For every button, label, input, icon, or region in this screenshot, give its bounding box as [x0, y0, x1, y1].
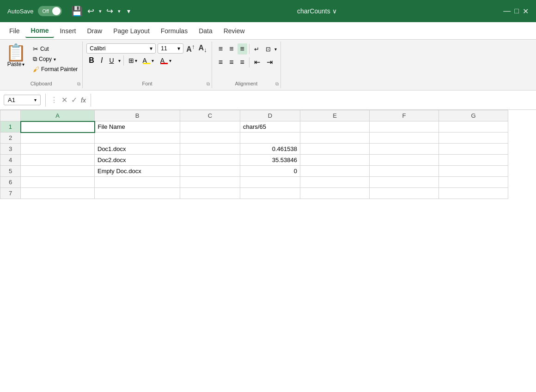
autosave-toggle[interactable]: Off: [38, 6, 62, 16]
underline-button[interactable]: U: [107, 56, 116, 65]
undo-dropdown-icon[interactable]: ▾: [99, 8, 102, 14]
clipboard-expand-icon[interactable]: ⧉: [77, 81, 80, 87]
underline-dropdown-icon[interactable]: ▾: [118, 58, 121, 63]
cell-A7[interactable]: [21, 188, 95, 199]
col-header-g[interactable]: G: [439, 110, 508, 121]
filename-dropdown-icon[interactable]: ∨: [332, 7, 337, 15]
cell-C3[interactable]: [180, 144, 240, 155]
cell-E2[interactable]: [300, 133, 370, 144]
maximize-icon[interactable]: □: [514, 7, 519, 15]
cell-A5[interactable]: [21, 166, 95, 177]
cell-D6[interactable]: [240, 177, 300, 188]
menu-data[interactable]: Data: [193, 24, 218, 37]
cell-D2[interactable]: [240, 133, 300, 144]
bold-button[interactable]: B: [86, 55, 97, 66]
formula-input[interactable]: [96, 93, 532, 107]
cell-F4[interactable]: [370, 155, 439, 166]
format-painter-button[interactable]: 🖌 Format Painter: [31, 65, 79, 74]
cell-A2[interactable]: [21, 133, 95, 144]
row-header-4[interactable]: 4: [0, 155, 21, 166]
copy-button[interactable]: ⧉ Copy ▾: [31, 54, 79, 64]
cell-E1[interactable]: [300, 121, 370, 133]
col-header-f[interactable]: F: [370, 110, 439, 121]
highlight-button[interactable]: A ▾: [141, 56, 156, 65]
align-top-button[interactable]: ≡: [216, 43, 225, 54]
cancel-formula-icon[interactable]: ✕: [61, 96, 67, 104]
insert-function-icon[interactable]: fx: [81, 96, 86, 104]
font-size-select[interactable]: 11 ▾: [158, 43, 183, 54]
cell-D5[interactable]: 0: [240, 166, 300, 177]
cell-C4[interactable]: [180, 155, 240, 166]
decrease-indent-button[interactable]: ⇤: [251, 56, 263, 68]
cut-button[interactable]: ✂ Cut: [31, 44, 79, 54]
col-header-a[interactable]: A: [21, 110, 95, 121]
decrease-font-size-button[interactable]: A↓: [198, 44, 208, 54]
wrap-text-button[interactable]: ↵: [251, 44, 262, 54]
alignment-expand-icon[interactable]: ⧉: [275, 81, 279, 87]
redo-dropdown-icon[interactable]: ▾: [118, 8, 121, 14]
row-header-5[interactable]: 5: [0, 166, 21, 177]
menu-home[interactable]: Home: [25, 24, 55, 38]
sheet-table-wrapper[interactable]: A B C D E F G 1File Namechars/6523Doc1.d…: [0, 110, 536, 199]
col-header-d[interactable]: D: [240, 110, 300, 121]
cell-A1[interactable]: [21, 121, 95, 133]
cell-reference-box[interactable]: A1 ▾: [4, 95, 41, 105]
cell-G1[interactable]: [439, 121, 508, 133]
align-left-button[interactable]: ≡: [216, 57, 225, 68]
row-header-2[interactable]: 2: [0, 133, 21, 144]
cell-F1[interactable]: [370, 121, 439, 133]
row-header-6[interactable]: 6: [0, 177, 21, 188]
cell-D7[interactable]: [240, 188, 300, 199]
cell-C6[interactable]: [180, 177, 240, 188]
paste-button[interactable]: 📋 Paste ▾: [3, 42, 29, 69]
menu-draw[interactable]: Draw: [81, 24, 108, 37]
cell-A4[interactable]: [21, 155, 95, 166]
cell-C2[interactable]: [180, 133, 240, 144]
cell-B2[interactable]: [95, 133, 180, 144]
save-icon[interactable]: 💾: [71, 6, 83, 17]
menu-pagelayout[interactable]: Page Layout: [108, 24, 155, 37]
cell-E6[interactable]: [300, 177, 370, 188]
col-header-c[interactable]: C: [180, 110, 240, 121]
cell-D1[interactable]: chars/65: [240, 121, 300, 133]
row-header-1[interactable]: 1: [0, 121, 21, 133]
redo-icon[interactable]: ↪: [106, 6, 113, 16]
menu-formulas[interactable]: Formulas: [155, 24, 193, 37]
cell-C7[interactable]: [180, 188, 240, 199]
menu-review[interactable]: Review: [218, 24, 250, 37]
cell-G7[interactable]: [439, 188, 508, 199]
cell-B4[interactable]: Doc2.docx: [95, 155, 180, 166]
cell-C5[interactable]: [180, 166, 240, 177]
font-color-button[interactable]: A ▾: [158, 56, 173, 65]
cell-C1[interactable]: [180, 121, 240, 133]
cell-E3[interactable]: [300, 144, 370, 155]
cell-F7[interactable]: [370, 188, 439, 199]
align-bottom-button[interactable]: ≡: [238, 43, 247, 54]
minimize-icon[interactable]: —: [503, 7, 511, 15]
cell-E5[interactable]: [300, 166, 370, 177]
font-expand-icon[interactable]: ⧉: [207, 81, 210, 87]
row-header-3[interactable]: 3: [0, 144, 21, 155]
cell-B7[interactable]: [95, 188, 180, 199]
cell-F5[interactable]: [370, 166, 439, 177]
menu-file[interactable]: File: [4, 24, 25, 37]
align-middle-button[interactable]: ≡: [226, 43, 236, 54]
cell-D4[interactable]: 35.53846: [240, 155, 300, 166]
row-header-7[interactable]: 7: [0, 188, 21, 199]
col-header-b[interactable]: B: [95, 110, 180, 121]
cell-ref-dropdown-icon[interactable]: ▾: [34, 97, 37, 103]
cell-F2[interactable]: [370, 133, 439, 144]
copy-dropdown-icon[interactable]: ▾: [54, 57, 56, 62]
border-dropdown-icon[interactable]: ▾: [135, 58, 137, 63]
cell-A3[interactable]: [21, 144, 95, 155]
italic-button[interactable]: I: [98, 55, 105, 66]
cell-F6[interactable]: [370, 177, 439, 188]
cell-B3[interactable]: Doc1.docx: [95, 144, 180, 155]
cell-G4[interactable]: [439, 155, 508, 166]
menu-insert[interactable]: Insert: [54, 24, 81, 37]
col-header-e[interactable]: E: [300, 110, 370, 121]
close-icon[interactable]: ✕: [523, 7, 529, 16]
cell-B5[interactable]: Empty Doc.docx: [95, 166, 180, 177]
quick-access-icon[interactable]: ▾: [127, 7, 130, 15]
cell-E7[interactable]: [300, 188, 370, 199]
